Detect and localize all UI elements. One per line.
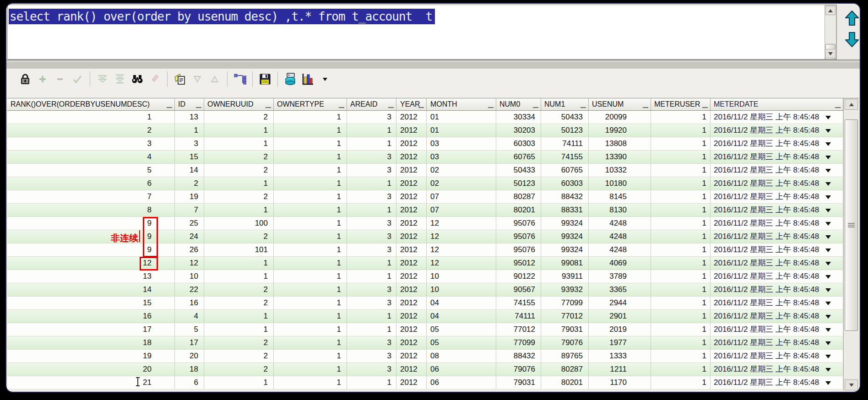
cell-usenum[interactable]: 1977 bbox=[589, 336, 651, 349]
cell-owneruuid[interactable]: 2 bbox=[204, 151, 274, 163]
cell-usenum[interactable]: 1333 bbox=[589, 350, 651, 362]
cell-month[interactable]: 07 bbox=[427, 190, 496, 203]
export-data-icon[interactable] bbox=[173, 72, 187, 86]
cell-areaid[interactable]: 3 bbox=[347, 190, 396, 203]
cell-id[interactable]: 22 bbox=[175, 283, 204, 296]
meterdate-dropdown-icon[interactable] bbox=[825, 288, 831, 292]
cell-meterdate[interactable]: 2016/11/2 星期三 上午 8:45:48 bbox=[711, 137, 843, 150]
cell-usenum[interactable]: 19920 bbox=[589, 124, 651, 137]
cell-month[interactable]: 05 bbox=[427, 323, 496, 336]
cell-meterdate[interactable]: 2016/11/2 星期三 上午 8:45:48 bbox=[711, 230, 843, 243]
cell-meterdate[interactable]: 2016/11/2 星期三 上午 8:45:48 bbox=[711, 217, 843, 230]
cell-num0[interactable]: 79076 bbox=[496, 363, 541, 376]
meterdate-dropdown-icon[interactable] bbox=[825, 249, 831, 252]
cell-id[interactable]: 18 bbox=[175, 363, 204, 376]
cell-rank[interactable]: 17 bbox=[7, 323, 175, 336]
cell-meterdate[interactable]: 2016/11/2 星期三 上午 8:45:48 bbox=[711, 124, 843, 137]
cell-num1[interactable]: 93911 bbox=[541, 270, 589, 283]
cell-month[interactable]: 12 bbox=[427, 217, 496, 230]
cell-ownertype[interactable]: 1 bbox=[274, 270, 347, 283]
sql-selected-text[interactable]: select rank() over(order by usenum desc)… bbox=[9, 9, 435, 24]
column-header-rank[interactable]: RANK()OVER(ORDERBYUSENUMDESC) bbox=[7, 98, 175, 110]
cell-rank[interactable]: 8 bbox=[7, 204, 175, 216]
cell-ownertype[interactable]: 1 bbox=[274, 111, 347, 124]
find-icon[interactable] bbox=[130, 72, 145, 86]
cell-num0[interactable]: 95012 bbox=[496, 257, 541, 270]
cell-num1[interactable]: 99324 bbox=[541, 230, 589, 243]
cell-num1[interactable]: 50123 bbox=[541, 124, 589, 137]
column-header-num0[interactable]: NUM0 bbox=[496, 98, 541, 110]
cell-year[interactable]: 2012 bbox=[396, 350, 427, 362]
cell-meteruser[interactable]: 1 bbox=[651, 310, 711, 323]
column-header-usenum[interactable]: USENUM bbox=[589, 98, 651, 110]
cell-num1[interactable]: 79031 bbox=[541, 323, 589, 336]
cell-meteruser[interactable]: 1 bbox=[651, 124, 711, 137]
cell-ownertype[interactable]: 1 bbox=[274, 124, 347, 137]
cell-year[interactable]: 2012 bbox=[396, 283, 427, 296]
cell-month[interactable]: 06 bbox=[427, 363, 496, 376]
cell-meterdate[interactable]: 2016/11/2 星期三 上午 8:45:48 bbox=[711, 310, 843, 323]
column-header-month[interactable]: MONTH bbox=[427, 98, 496, 110]
cell-areaid[interactable]: 3 bbox=[347, 363, 396, 376]
cell-id[interactable]: 2 bbox=[175, 177, 204, 190]
cell-meterdate[interactable]: 2016/11/2 星期三 上午 8:45:48 bbox=[711, 297, 843, 309]
cell-id[interactable]: 3 bbox=[175, 137, 204, 150]
cell-meterdate[interactable]: 2016/11/2 星期三 上午 8:45:48 bbox=[711, 270, 843, 283]
cell-num0[interactable]: 50433 bbox=[496, 164, 541, 177]
cell-num1[interactable]: 60303 bbox=[541, 177, 589, 190]
cell-rank[interactable]: 21 bbox=[7, 376, 175, 389]
cell-meterdate[interactable]: 2016/11/2 星期三 上午 8:45:48 bbox=[711, 204, 843, 216]
cell-num0[interactable]: 79031 bbox=[496, 376, 541, 389]
grid-scroll-down-button[interactable] bbox=[845, 379, 858, 390]
cell-id[interactable]: 15 bbox=[175, 151, 204, 163]
cell-month[interactable]: 07 bbox=[427, 204, 496, 216]
grid-scroll-up-button[interactable] bbox=[845, 99, 858, 110]
cell-num1[interactable]: 74155 bbox=[541, 151, 589, 163]
column-header-ownertype[interactable]: OWNERTYPE bbox=[274, 98, 347, 110]
cell-year[interactable]: 2012 bbox=[396, 204, 427, 216]
cell-month[interactable]: 02 bbox=[427, 177, 496, 190]
column-header-meteruser[interactable]: METERUSER bbox=[651, 98, 711, 110]
cell-meterdate[interactable]: 2016/11/2 星期三 上午 8:45:48 bbox=[711, 177, 843, 190]
meterdate-dropdown-icon[interactable] bbox=[825, 315, 831, 319]
cell-meteruser[interactable]: 1 bbox=[651, 164, 711, 177]
cell-meterdate[interactable]: 2016/11/2 星期三 上午 8:45:48 bbox=[711, 243, 843, 256]
cell-meteruser[interactable]: 1 bbox=[651, 376, 711, 389]
cell-num0[interactable]: 77012 bbox=[496, 323, 541, 336]
cell-meteruser[interactable]: 1 bbox=[651, 204, 711, 216]
cell-month[interactable]: 03 bbox=[427, 151, 496, 163]
cell-meterdate[interactable]: 2016/11/2 星期三 上午 8:45:48 bbox=[711, 151, 843, 163]
meterdate-dropdown-icon[interactable] bbox=[825, 222, 831, 226]
cell-rank[interactable]: 7 bbox=[7, 190, 175, 203]
cell-usenum[interactable]: 20099 bbox=[589, 111, 651, 124]
cell-year[interactable]: 2012 bbox=[396, 257, 427, 270]
cell-meterdate[interactable]: 2016/11/2 星期三 上午 8:45:48 bbox=[711, 283, 843, 296]
cell-rank[interactable]: 3 bbox=[7, 137, 175, 150]
cell-ownertype[interactable]: 1 bbox=[274, 204, 347, 216]
cell-id[interactable]: 10 bbox=[175, 270, 204, 283]
cell-id[interactable]: 7 bbox=[175, 204, 204, 216]
cell-meteruser[interactable]: 1 bbox=[651, 363, 711, 376]
cell-num1[interactable]: 50433 bbox=[541, 111, 589, 124]
cell-meterdate[interactable]: 2016/11/2 星期三 上午 8:45:48 bbox=[711, 350, 843, 362]
cell-meterdate[interactable]: 2016/11/2 星期三 上午 8:45:48 bbox=[711, 111, 843, 124]
cell-num1[interactable]: 79076 bbox=[541, 336, 589, 349]
cell-rank[interactable]: 4 bbox=[7, 151, 175, 163]
meterdate-dropdown-icon[interactable] bbox=[825, 209, 831, 212]
cell-areaid[interactable]: 1 bbox=[347, 257, 396, 270]
cell-num0[interactable]: 80287 bbox=[496, 190, 541, 203]
cell-areaid[interactable]: 3 bbox=[347, 164, 396, 177]
cell-rank[interactable]: 15 bbox=[7, 297, 175, 309]
cell-ownertype[interactable]: 1 bbox=[274, 257, 347, 270]
cell-id[interactable]: 1 bbox=[175, 124, 204, 137]
meterdate-dropdown-icon[interactable] bbox=[825, 381, 831, 385]
cell-usenum[interactable]: 8145 bbox=[589, 190, 651, 203]
cell-meteruser[interactable]: 1 bbox=[651, 190, 711, 203]
cell-rank[interactable]: 20 bbox=[7, 363, 175, 376]
cell-areaid[interactable]: 3 bbox=[347, 230, 396, 243]
cell-id[interactable]: 24 bbox=[175, 230, 204, 243]
cell-usenum[interactable]: 4248 bbox=[589, 230, 651, 243]
cell-month[interactable]: 01 bbox=[427, 124, 496, 137]
meterdate-dropdown-icon[interactable] bbox=[825, 275, 831, 279]
cell-ownertype[interactable]: 1 bbox=[274, 363, 347, 376]
